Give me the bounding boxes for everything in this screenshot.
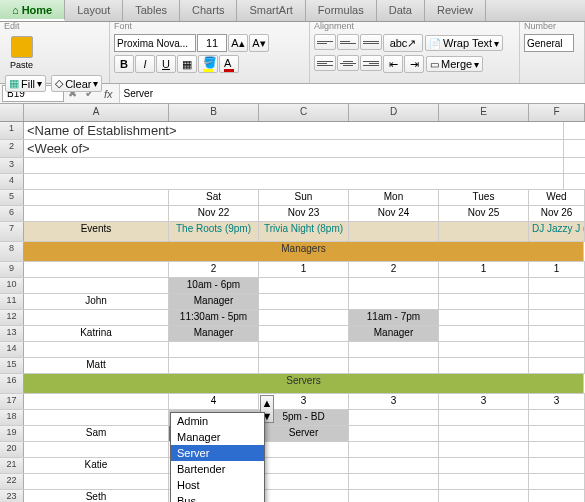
cell[interactable]: Nov 24 <box>349 206 439 221</box>
cell[interactable]: 3 <box>529 394 585 409</box>
dropdown-option[interactable]: Bus <box>171 493 264 502</box>
tab-charts[interactable]: Charts <box>180 0 237 21</box>
row-header[interactable]: 4 <box>0 174 24 189</box>
cell[interactable] <box>349 458 439 473</box>
cell[interactable] <box>529 474 585 489</box>
cell[interactable] <box>24 310 169 325</box>
align-right-button[interactable] <box>360 55 382 71</box>
cell[interactable]: Nov 26 <box>529 206 585 221</box>
select-all-corner[interactable] <box>0 104 24 121</box>
align-center-button[interactable] <box>337 55 359 71</box>
cell[interactable] <box>259 310 349 325</box>
cell[interactable] <box>259 342 349 357</box>
dropdown-option-selected[interactable]: Server <box>171 445 264 461</box>
row-header[interactable]: 22 <box>0 474 24 489</box>
cell[interactable]: 3 <box>439 394 529 409</box>
row-header[interactable]: 2 <box>0 140 24 157</box>
cell[interactable]: Seth <box>24 490 169 502</box>
col-header-d[interactable]: D <box>349 104 439 121</box>
cell[interactable] <box>259 490 349 502</box>
paste-button[interactable]: Paste <box>4 34 39 72</box>
cell[interactable] <box>24 190 169 205</box>
row-header[interactable]: 1 <box>0 122 24 139</box>
cell[interactable] <box>529 294 585 309</box>
cell[interactable] <box>439 426 529 441</box>
cell[interactable] <box>259 474 349 489</box>
cell[interactable] <box>259 294 349 309</box>
cell[interactable] <box>529 278 585 293</box>
cell[interactable]: 1 <box>259 262 349 277</box>
cell[interactable] <box>169 342 259 357</box>
cell[interactable] <box>349 410 439 425</box>
cell[interactable]: Tues <box>439 190 529 205</box>
col-header-b[interactable]: B <box>169 104 259 121</box>
row-header[interactable]: 17 <box>0 394 24 409</box>
cell[interactable] <box>24 474 169 489</box>
cell[interactable] <box>529 310 585 325</box>
cell[interactable]: 3 <box>349 394 439 409</box>
cell[interactable]: Nov 22 <box>169 206 259 221</box>
number-format-select[interactable] <box>524 34 574 52</box>
tab-formulas[interactable]: Formulas <box>306 0 377 21</box>
cell[interactable]: Katie <box>24 458 169 473</box>
cell[interactable] <box>24 158 564 173</box>
align-top-button[interactable] <box>314 34 336 50</box>
row-header[interactable]: 15 <box>0 358 24 373</box>
cell[interactable] <box>24 410 169 425</box>
cell[interactable] <box>439 358 529 373</box>
cell[interactable] <box>439 442 529 457</box>
row-header[interactable]: 9 <box>0 262 24 277</box>
tab-tables[interactable]: Tables <box>123 0 180 21</box>
align-left-button[interactable] <box>314 55 336 71</box>
cell[interactable]: Nov 25 <box>439 206 529 221</box>
cell[interactable]: Matt <box>24 358 169 373</box>
row-header[interactable]: 3 <box>0 158 24 173</box>
row-header[interactable]: 11 <box>0 294 24 309</box>
dropdown-option[interactable]: Manager <box>171 429 264 445</box>
row-header[interactable]: 16 <box>0 374 24 393</box>
row-header[interactable]: 5 <box>0 190 24 205</box>
cell[interactable] <box>349 342 439 357</box>
cell[interactable] <box>439 278 529 293</box>
formula-input[interactable] <box>119 84 585 103</box>
cell[interactable] <box>439 310 529 325</box>
cell[interactable] <box>439 222 529 241</box>
cell[interactable] <box>24 278 169 293</box>
cell[interactable]: 1 <box>529 262 585 277</box>
tab-home[interactable]: Home <box>0 0 65 21</box>
bold-button[interactable]: B <box>114 55 134 73</box>
cell[interactable]: Sat <box>169 190 259 205</box>
cell[interactable] <box>349 474 439 489</box>
italic-button[interactable]: I <box>135 55 155 73</box>
cell[interactable]: 1 <box>439 262 529 277</box>
row-header[interactable]: 10 <box>0 278 24 293</box>
cell[interactable] <box>259 442 349 457</box>
cell[interactable]: Mon <box>349 190 439 205</box>
cell[interactable] <box>439 490 529 502</box>
row-header[interactable]: 7 <box>0 222 24 241</box>
col-header-f[interactable]: F <box>529 104 585 121</box>
cell[interactable] <box>24 342 169 357</box>
shrink-font-button[interactable]: A▾ <box>249 34 269 52</box>
cell[interactable] <box>529 342 585 357</box>
tab-layout[interactable]: Layout <box>65 0 123 21</box>
row-header[interactable]: 12 <box>0 310 24 325</box>
cell[interactable] <box>349 358 439 373</box>
cell[interactable] <box>24 174 564 189</box>
cell[interactable] <box>529 426 585 441</box>
cell[interactable]: Server <box>259 426 349 441</box>
cell[interactable] <box>529 442 585 457</box>
cell[interactable]: <Week of> <box>24 140 564 157</box>
row-header[interactable]: 18 <box>0 410 24 425</box>
cell[interactable] <box>529 410 585 425</box>
cell[interactable]: Sam <box>24 426 169 441</box>
row-header[interactable]: 14 <box>0 342 24 357</box>
cell[interactable] <box>349 278 439 293</box>
cell[interactable]: 11:30am - 5pm <box>169 310 259 325</box>
underline-button[interactable]: U <box>156 55 176 73</box>
cell[interactable]: Nov 23 <box>259 206 349 221</box>
cell[interactable] <box>349 294 439 309</box>
cell[interactable]: Manager <box>349 326 439 341</box>
row-header[interactable]: 21 <box>0 458 24 473</box>
tab-review[interactable]: Review <box>425 0 486 21</box>
